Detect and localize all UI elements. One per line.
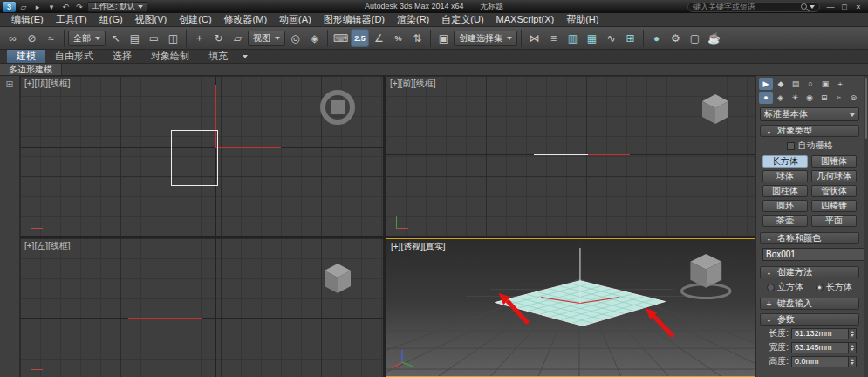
rollout-name-and-color[interactable]: - 名称和颜色 bbox=[760, 232, 859, 244]
infocenter-search[interactable] bbox=[687, 2, 820, 12]
viewport-front[interactable]: [+][前][线框] bbox=[386, 76, 755, 236]
open-file-icon[interactable]: ▸ bbox=[31, 2, 44, 12]
pyramid-button[interactable]: 四棱锥 bbox=[811, 200, 857, 212]
viewport-label[interactable]: [+][左][线框] bbox=[24, 240, 71, 252]
viewport-layout-icon[interactable]: ⊞ bbox=[5, 79, 13, 90]
object-name-input[interactable] bbox=[762, 248, 868, 261]
reference-coordinate-dropdown[interactable]: 视图 bbox=[248, 31, 285, 46]
mirror-icon[interactable]: ⋈ bbox=[525, 29, 543, 47]
unlink-selection-icon[interactable]: ⊘ bbox=[23, 29, 41, 47]
spinner-arrows[interactable] bbox=[848, 357, 856, 367]
sphere-button[interactable]: 球体 bbox=[762, 170, 808, 182]
torus-button[interactable]: 圆环 bbox=[762, 200, 808, 212]
menu-maxscript[interactable]: MAXScript(X) bbox=[490, 13, 561, 26]
helpers-icon[interactable]: ⊞ bbox=[817, 92, 831, 104]
motion-tab-icon[interactable]: ○ bbox=[803, 78, 817, 90]
create-tab-icon[interactable]: ▶ bbox=[759, 78, 773, 90]
bind-to-space-warp-icon[interactable]: ≈ bbox=[42, 29, 60, 47]
percent-snap-icon[interactable]: % bbox=[389, 29, 407, 47]
select-and-rotate-icon[interactable]: ↻ bbox=[209, 29, 228, 47]
menu-help[interactable]: 帮助(H) bbox=[560, 13, 605, 26]
menu-animation[interactable]: 动画(A) bbox=[273, 13, 318, 26]
search-icon[interactable] bbox=[801, 3, 807, 10]
viewport-perspective-active[interactable]: [+][透视][真实] bbox=[386, 238, 755, 377]
new-scene-icon[interactable]: ▱ bbox=[17, 2, 30, 12]
schematic-view-icon[interactable]: ⊞ bbox=[621, 29, 639, 47]
selection-region-icon[interactable]: ▭ bbox=[145, 29, 163, 47]
cameras-icon[interactable]: ◉ bbox=[803, 92, 817, 104]
utilities-tab-icon[interactable]: ＋ bbox=[833, 78, 847, 90]
menu-customize[interactable]: 自定义(U) bbox=[435, 13, 489, 26]
undo-icon[interactable]: ↶ bbox=[59, 2, 72, 12]
panel-scrollbar[interactable] bbox=[864, 76, 868, 377]
rendered-frame-icon[interactable]: ▢ bbox=[686, 29, 704, 47]
snaps-toggle-icon[interactable]: 2.5 bbox=[351, 29, 369, 47]
menu-rendering[interactable]: 渲染(R) bbox=[391, 13, 435, 26]
space-warps-icon[interactable]: ≈ bbox=[832, 92, 846, 104]
autogrid-checkbox[interactable] bbox=[787, 142, 795, 150]
select-and-manipulate-icon[interactable]: ◈ bbox=[305, 29, 324, 47]
viewport-label[interactable]: [+][透视][真实] bbox=[391, 241, 446, 253]
length-field[interactable]: 81.132mm bbox=[791, 328, 857, 339]
material-editor-icon[interactable]: ● bbox=[647, 29, 666, 47]
layer-manager-icon[interactable]: ▥ bbox=[564, 29, 582, 47]
width-field[interactable]: 63.145mm bbox=[791, 342, 857, 353]
tube-button[interactable]: 管状体 bbox=[811, 185, 857, 197]
geometry-icon[interactable]: ● bbox=[759, 92, 773, 104]
menu-create[interactable]: 创建(C) bbox=[173, 13, 217, 26]
search-options-arrow[interactable] bbox=[810, 5, 815, 11]
teapot-button[interactable]: 茶壶 bbox=[762, 215, 808, 227]
select-and-move-icon[interactable]: ＋ bbox=[190, 29, 208, 47]
box-button[interactable]: 长方体 bbox=[762, 155, 808, 168]
rollout-object-type[interactable]: - 对象类型 bbox=[760, 125, 859, 137]
use-pivot-center-icon[interactable]: ◎ bbox=[286, 29, 304, 47]
modify-tab-icon[interactable]: ◆ bbox=[774, 78, 788, 90]
box-radio[interactable]: 长方体 bbox=[816, 281, 852, 293]
rollout-parameters[interactable]: - 参数 bbox=[760, 313, 859, 326]
menu-modifiers[interactable]: 修改器(M) bbox=[218, 13, 274, 26]
viewcube[interactable] bbox=[701, 93, 729, 125]
menu-views[interactable]: 视图(V) bbox=[129, 13, 174, 26]
select-and-link-icon[interactable]: ∞ bbox=[3, 29, 22, 47]
viewport-top[interactable]: [+][顶][线框] bbox=[20, 76, 383, 236]
edit-named-sets-icon[interactable]: ▣ bbox=[434, 29, 453, 47]
align-icon[interactable]: ≡ bbox=[544, 29, 563, 47]
select-by-name-icon[interactable]: ▤ bbox=[126, 29, 144, 47]
geosphere-button[interactable]: 几何球体 bbox=[811, 170, 857, 182]
hierarchy-tab-icon[interactable]: ▤ bbox=[789, 78, 803, 90]
primitive-category-dropdown[interactable]: 标准基本体 bbox=[760, 107, 859, 121]
close-button[interactable]: × bbox=[851, 2, 865, 12]
redo-icon[interactable]: ↷ bbox=[73, 2, 85, 12]
viewport-label[interactable]: [+][前][线框] bbox=[390, 78, 436, 90]
ribbon-tab-freeform[interactable]: 自由形式 bbox=[45, 50, 103, 63]
spinner-arrows[interactable] bbox=[848, 343, 856, 353]
ribbon-options-arrow[interactable] bbox=[237, 50, 253, 63]
keyboard-override-icon[interactable]: ⌨ bbox=[331, 29, 350, 47]
spinner-arrows[interactable] bbox=[848, 329, 856, 339]
search-input[interactable] bbox=[693, 3, 798, 11]
menu-edit[interactable]: 编辑(E) bbox=[5, 13, 50, 26]
selection-filter-dropdown[interactable]: 全部 bbox=[68, 31, 106, 46]
viewport-label[interactable]: [+][顶][线框] bbox=[24, 78, 71, 90]
ribbon-tab-object-paint[interactable]: 对象绘制 bbox=[141, 50, 199, 63]
shapes-icon[interactable]: ◈ bbox=[774, 92, 788, 104]
height-field[interactable]: 0.0mm bbox=[791, 356, 857, 367]
scrollbar-thumb[interactable] bbox=[865, 78, 867, 139]
menu-graph-editors[interactable]: 图形编辑器(D) bbox=[318, 13, 391, 26]
maximize-button[interactable]: □ bbox=[837, 2, 851, 12]
ribbon-tab-populate[interactable]: 填充 bbox=[199, 50, 237, 63]
named-selection-set-dropdown[interactable]: 创建选择集 bbox=[454, 31, 517, 46]
workspace-dropdown[interactable]: 工作区: 默认 bbox=[87, 2, 147, 12]
display-tab-icon[interactable]: ▣ bbox=[818, 78, 832, 90]
render-setup-icon[interactable]: ⚙ bbox=[666, 29, 685, 47]
plane-button[interactable]: 平面 bbox=[811, 215, 857, 227]
polygon-modeling-panel-tab[interactable]: 多边形建模 bbox=[0, 64, 62, 75]
select-and-scale-icon[interactable]: ▱ bbox=[229, 29, 247, 47]
curve-editor-icon[interactable]: ∿ bbox=[602, 29, 620, 47]
lights-icon[interactable]: ☀ bbox=[788, 92, 802, 104]
cube-radio[interactable]: 立方体 bbox=[767, 281, 803, 293]
systems-icon[interactable]: ⊚ bbox=[846, 92, 860, 104]
save-file-icon[interactable]: ▾ bbox=[45, 2, 58, 12]
rollout-keyboard-entry[interactable]: + 键盘输入 bbox=[760, 298, 859, 310]
application-menu-button[interactable]: 3 bbox=[3, 2, 16, 12]
